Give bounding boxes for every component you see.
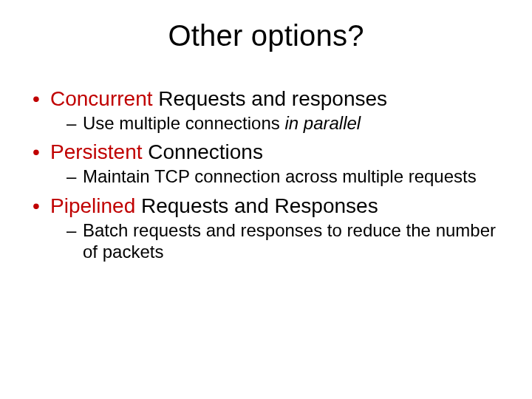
bullet-highlight: Persistent [50,140,143,163]
bullet-text: Connections [143,140,263,163]
sub-text: Maintain TCP connection across multiple … [83,166,477,186]
bullet-text: Requests and Responses [135,194,378,217]
bullet-item: Concurrent Requests and responses Use mu… [30,86,502,134]
bullet-text: Requests and responses [153,87,388,110]
sub-list: Batch requests and responses to reduce t… [50,219,502,263]
sub-item: Maintain TCP connection across multiple … [66,166,502,187]
sub-item: Batch requests and responses to reduce t… [66,219,502,263]
bullet-item: Persistent Connections Maintain TCP conn… [30,140,502,187]
sub-item: Use multiple connections in parallel [66,112,502,134]
slide: Other options? Concurrent Requests and r… [0,0,532,399]
sub-italic: in parallel [284,113,361,133]
slide-title: Other options? [30,19,502,52]
bullet-list: Concurrent Requests and responses Use mu… [30,86,502,262]
bullet-highlight: Concurrent [50,87,153,110]
sub-text: Use multiple connections [83,113,284,133]
sub-list: Maintain TCP connection across multiple … [50,166,502,187]
bullet-item: Pipelined Requests and Responses Batch r… [30,194,502,263]
sub-text: Batch requests and responses to reduce t… [83,220,496,262]
sub-list: Use multiple connections in parallel [50,112,502,134]
bullet-highlight: Pipelined [50,194,135,217]
